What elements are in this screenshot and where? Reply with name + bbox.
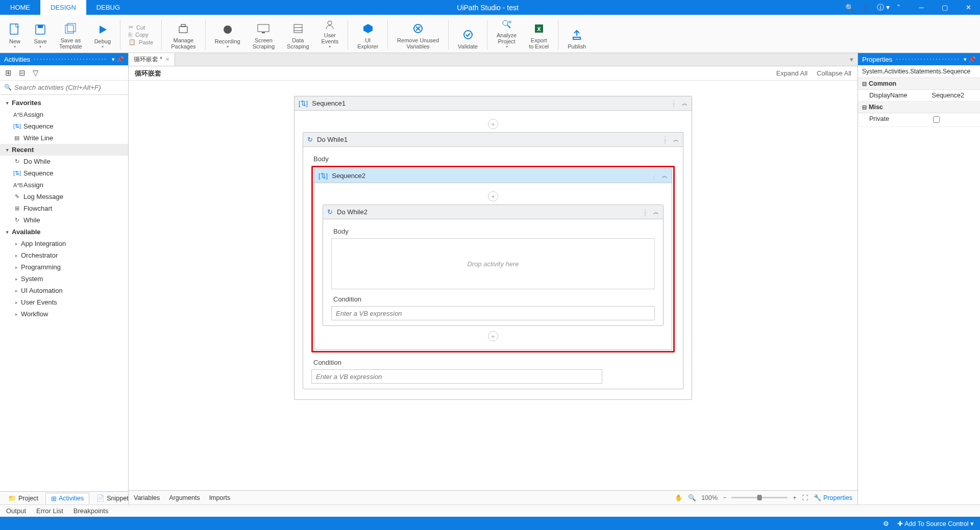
group-available[interactable]: Available xyxy=(0,226,128,238)
drop-zone[interactable]: Drop activity here xyxy=(331,238,655,289)
zoom-out-icon[interactable]: − xyxy=(723,494,726,501)
fav-writeline[interactable]: ▤Write Line xyxy=(0,132,128,144)
ribbon-save-template[interactable]: Save as Template xyxy=(54,17,87,53)
condition-input[interactable] xyxy=(311,369,602,384)
info-icon[interactable]: ❕ xyxy=(669,99,678,108)
avail-system[interactable]: System xyxy=(0,273,128,285)
arguments-tab[interactable]: Arguments xyxy=(169,494,200,501)
filter-icon[interactable]: ▽ xyxy=(33,68,39,78)
ribbon-validate[interactable]: Validate xyxy=(453,17,483,53)
recent-while[interactable]: ↻While xyxy=(0,214,128,226)
search-icon[interactable]: 🔍 xyxy=(845,4,854,12)
expand-all-link[interactable]: Expand All xyxy=(776,69,807,77)
ribbon-copy[interactable]: ⎘Copy xyxy=(129,32,153,38)
ribbon-paste[interactable]: 📋Paste xyxy=(129,39,153,45)
source-control-button[interactable]: ✚ Add To Source Control ▾ xyxy=(897,520,974,527)
user-icon[interactable]: 👤 xyxy=(861,4,870,12)
recent-dowhile[interactable]: ↻Do While xyxy=(0,156,128,167)
avail-orchestrator[interactable]: Orchestrator xyxy=(0,249,128,261)
imports-tab[interactable]: Imports xyxy=(209,494,231,501)
close-button[interactable]: ✕ xyxy=(957,0,980,15)
condition-input[interactable] xyxy=(331,306,655,320)
collapse-icon[interactable]: ︽ xyxy=(682,99,688,107)
fav-assign[interactable]: A*BAssign xyxy=(0,109,128,120)
ribbon-publish[interactable]: Publish xyxy=(562,17,591,53)
recent-sequence[interactable]: [⇅]Sequence xyxy=(0,167,128,179)
group-favorites[interactable]: Favorites xyxy=(0,97,128,109)
private-checkbox[interactable] xyxy=(933,116,940,123)
variables-tab[interactable]: Variables xyxy=(134,494,160,501)
output-tab[interactable]: Output xyxy=(6,507,26,515)
collapse-all-link[interactable]: Collapse All xyxy=(817,69,851,77)
maximize-button[interactable]: ▢ xyxy=(933,0,957,15)
orchestrator-icon[interactable]: ⚙ xyxy=(883,520,889,527)
error-list-tab[interactable]: Error List xyxy=(36,507,63,515)
recent-assign[interactable]: A*BAssign xyxy=(0,179,128,191)
tab-home[interactable]: HOME xyxy=(0,0,40,15)
avail-app-integration[interactable]: App Integration xyxy=(0,238,128,249)
avail-user-events[interactable]: User Events xyxy=(0,296,128,308)
ribbon-recording[interactable]: Recording xyxy=(210,17,246,53)
ribbon-packages[interactable]: Manage Packages xyxy=(166,17,201,53)
info-icon[interactable]: ❕ xyxy=(649,172,658,180)
avail-workflow[interactable]: Workflow xyxy=(0,308,128,320)
zoom-reset-icon[interactable]: 🔍 xyxy=(688,494,696,501)
activity-dowhile1[interactable]: ↻Do While1❕︽ Body [⇅]Sequence2❕︽ + xyxy=(303,132,683,389)
tab-overflow-icon[interactable]: ▾ xyxy=(846,56,857,63)
footer-project[interactable]: 📁Project xyxy=(3,493,43,503)
pin-icon[interactable]: 📌 xyxy=(969,56,976,63)
group-common[interactable]: Common xyxy=(858,78,980,90)
search-input[interactable] xyxy=(0,81,128,95)
collapse-icon[interactable]: ︽ xyxy=(673,136,679,143)
recent-logmessage[interactable]: ✎Log Message xyxy=(0,191,128,203)
recent-flowchart[interactable]: ⊞Flowchart xyxy=(0,203,128,214)
pan-icon[interactable]: ✋ xyxy=(675,494,683,501)
prop-private[interactable]: Private xyxy=(858,113,980,127)
avail-ui-automation[interactable]: UI Automation xyxy=(0,285,128,296)
info-icon[interactable]: ❕ xyxy=(641,208,649,216)
tab-design[interactable]: DESIGN xyxy=(40,0,86,15)
ribbon-export-excel[interactable]: XExport to Excel xyxy=(524,17,554,53)
footer-activities[interactable]: ⊞Activities xyxy=(45,493,89,504)
ribbon-remove-unused[interactable]: Remove Unused Variables xyxy=(392,17,444,53)
prop-displayname[interactable]: DisplayName Sequence2 xyxy=(858,90,980,102)
zoom-in-icon[interactable]: + xyxy=(793,494,796,501)
collapse-icon[interactable]: ︽ xyxy=(662,172,668,180)
breakpoints-tab[interactable]: Breakpoints xyxy=(74,507,109,515)
activity-sequence2[interactable]: [⇅]Sequence2❕︽ + ↻Do While2❕︽ Body xyxy=(314,168,672,350)
fav-sequence[interactable]: [⇅]Sequence xyxy=(0,120,128,132)
ribbon-save[interactable]: Save xyxy=(29,17,52,53)
add-activity-button[interactable]: + xyxy=(488,119,498,129)
dropdown-icon[interactable]: ▾ xyxy=(964,56,967,63)
ribbon-screen-scraping[interactable]: Screen Scraping xyxy=(248,17,280,53)
activity-sequence1[interactable]: [⇅]Sequence1❕︽ + ↻Do While1❕︽ Body xyxy=(294,96,692,400)
collapse-tree-icon[interactable]: ⊟ xyxy=(19,68,26,78)
group-misc[interactable]: Misc xyxy=(858,102,980,113)
zoom-slider[interactable] xyxy=(731,497,788,498)
help-icon[interactable]: ⓘ ▾ xyxy=(877,3,890,12)
dropdown-icon[interactable]: ▾ xyxy=(112,56,115,63)
collapse-icon[interactable]: ︽ xyxy=(653,208,659,216)
close-tab-icon[interactable]: ✕ xyxy=(165,57,169,62)
properties-link[interactable]: 🔧 Properties xyxy=(814,494,852,501)
info-icon[interactable]: ❕ xyxy=(660,136,669,144)
ribbon-cut[interactable]: ✂Cut xyxy=(129,24,153,31)
ribbon-new[interactable]: New xyxy=(3,17,27,53)
fit-screen-icon[interactable]: ⛶ xyxy=(802,494,808,501)
add-activity-button[interactable]: + xyxy=(488,331,498,341)
group-recent[interactable]: Recent xyxy=(0,144,128,156)
ribbon-analyze[interactable]: Analyze Project xyxy=(492,17,522,53)
avail-programming[interactable]: Programming xyxy=(0,261,128,273)
expand-tree-icon[interactable]: ⊞ xyxy=(5,68,12,78)
add-activity-button[interactable]: + xyxy=(488,191,498,201)
minimize-button[interactable]: ─ xyxy=(910,0,933,15)
ribbon-ui-explorer[interactable]: UI Explorer xyxy=(352,17,383,53)
up-arrow-icon[interactable]: ˄ xyxy=(897,4,900,12)
tab-debug[interactable]: DEBUG xyxy=(86,0,130,15)
ribbon-user-events[interactable]: User Events xyxy=(316,17,344,53)
pin-icon[interactable]: 📌 xyxy=(117,56,124,63)
document-tab[interactable]: 循环嵌套 *✕ xyxy=(129,53,175,66)
ribbon-debug[interactable]: Debug xyxy=(89,17,116,53)
ribbon-data-scraping[interactable]: Data Scraping xyxy=(282,17,314,53)
activity-dowhile2[interactable]: ↻Do While2❕︽ Body Drop activity here Con… xyxy=(323,205,664,326)
